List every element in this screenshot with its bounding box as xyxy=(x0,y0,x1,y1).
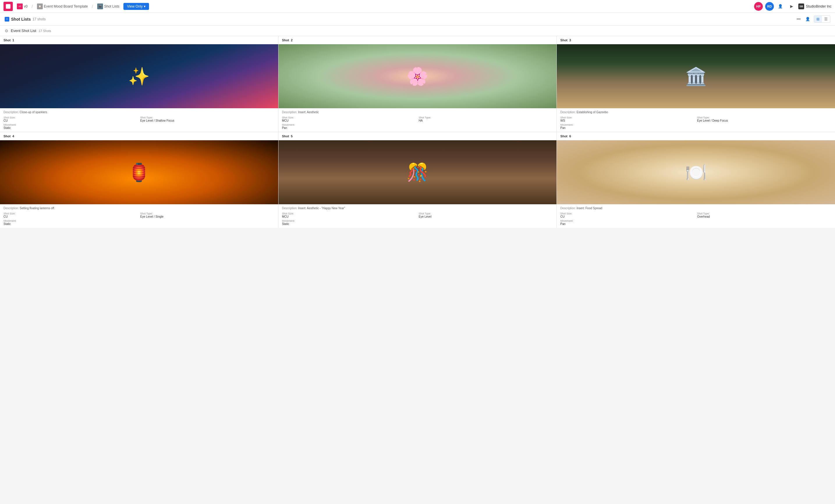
movement-label-2: Movement: xyxy=(282,123,553,126)
movement-value-6: Pan xyxy=(560,222,832,226)
movement-label-4: Movement: xyxy=(3,219,275,222)
shot-type-value-1: Eye Level / Shallow Focus xyxy=(140,119,275,122)
desc-value-4: Setting floating lanterns off. xyxy=(20,207,55,210)
desc-value-3: Establishing of Gazeebo xyxy=(576,110,608,114)
sub-nav: ≡ Shot Lists 17 shots ••• 👤 ⊞ ☰ xyxy=(0,13,835,26)
play-button[interactable]: ▶ xyxy=(787,2,796,11)
shot-movement-6: Movement: Pan xyxy=(560,219,832,226)
shot-header-3: Shot 3 xyxy=(557,36,835,44)
shot-info-6: Description: Insert: Food Spread Shot Si… xyxy=(557,204,835,228)
gear-icon: ⚙ xyxy=(5,28,8,33)
shot-type-value-6: Overhead xyxy=(697,215,832,218)
desc-label-1: Description: xyxy=(3,110,19,114)
list-icon: ☰ xyxy=(824,17,828,21)
shot-type-item-1: Shot Type: Eye Level / Shallow Focus xyxy=(140,116,275,122)
shots-count: 17 shots xyxy=(33,17,46,21)
shot-size-item-1: Shot Size: CU xyxy=(3,116,138,122)
desc-label-5: Description: xyxy=(282,207,298,210)
shot-list-shots-count: 17 Shots xyxy=(38,29,51,33)
movement-label-1: Movement: xyxy=(3,123,275,126)
person-icon-button[interactable]: 👤 xyxy=(804,16,811,22)
shot-list-name: Event Shot List xyxy=(11,28,36,33)
shot-description-6: Description: Insert: Food Spread xyxy=(560,207,832,210)
shot-meta-5: Shot Size: MCU Shot Type: Eye Level xyxy=(282,212,553,218)
shot-type-item-6: Shot Type: Overhead xyxy=(697,212,832,218)
shot-type-item-4: Shot Type: Eye Level / Single xyxy=(140,212,275,218)
shot-number-4: 4 xyxy=(13,134,14,138)
shot-card-6: Shot 6 Description: Insert: Food Spread … xyxy=(557,132,835,228)
shot-type-label-5: Shot Type: xyxy=(419,212,553,215)
shot-info-2: Description: Insert: Aesthetic Shot Size… xyxy=(279,108,557,132)
shot-type-label-4: Shot Type: xyxy=(140,212,275,215)
v0-thumb: v0 xyxy=(17,3,23,9)
studiobinder-name: StudioBinder Inc xyxy=(806,4,832,8)
mood-board-thumb: 📋 xyxy=(37,3,43,9)
shot-size-label-5: Shot Size: xyxy=(282,212,416,215)
shot-header-6: Shot 6 xyxy=(557,132,835,140)
breadcrumb-sep-1: / xyxy=(32,4,33,9)
sb-logo-square: SB xyxy=(798,3,804,9)
shot-lists-thumb: 🎬 xyxy=(97,3,103,9)
shot-image-5 xyxy=(279,140,557,204)
shot-type-item-5: Shot Type: Eye Level xyxy=(419,212,553,218)
app-icon[interactable] xyxy=(3,2,13,11)
shot-image-3 xyxy=(557,44,835,108)
avatar-rd[interactable]: RD xyxy=(765,2,774,11)
shot-info-4: Description: Setting floating lanterns o… xyxy=(0,204,278,228)
desc-label-2: Description: xyxy=(282,110,298,114)
shot-movement-5: Movement: Static xyxy=(282,219,553,226)
shot-meta-3: Shot Size: WS Shot Type: Eye Level / Dee… xyxy=(560,116,832,122)
shot-movement-2: Movement: Pan xyxy=(282,123,553,129)
shot-number-2: 2 xyxy=(291,38,292,42)
shot-size-value-6: CU xyxy=(560,215,695,218)
movement-value-5: Static xyxy=(282,222,553,226)
content-area: Shot 1 Description: Close-up of sparkler… xyxy=(0,36,835,228)
shot-size-value-1: CU xyxy=(3,119,138,122)
shot-number-6: 6 xyxy=(569,134,571,138)
shot-meta-1: Shot Size: CU Shot Type: Eye Level / Sha… xyxy=(3,116,275,122)
shot-info-5: Description: Insert: Aesthetic - "Happy … xyxy=(279,204,557,228)
shot-type-label-2: Shot Type: xyxy=(419,116,553,119)
shot-header-4: Shot 4 xyxy=(0,132,278,140)
shot-movement-1: Movement: Static xyxy=(3,123,275,129)
shot-info-1: Description: Close-up of sparklers Shot … xyxy=(0,108,278,132)
shot-header-1: Shot 1 xyxy=(0,36,278,44)
view-only-button[interactable]: View Only ▾ xyxy=(123,3,149,10)
breadcrumb-mood-board[interactable]: 📋 Event Mood Board Template xyxy=(35,2,90,10)
breadcrumb-v0[interactable]: v0 v0 xyxy=(15,2,29,10)
shot-type-label-1: Shot Type: xyxy=(140,116,275,119)
shot-description-2: Description: Insert: Aesthetic xyxy=(282,110,553,114)
shot-description-5: Description: Insert: Aesthetic - "Happy … xyxy=(282,207,553,210)
shot-description-1: Description: Close-up of sparklers xyxy=(3,110,275,114)
shot-header-2: Shot 2 xyxy=(279,36,557,44)
shot-description-4: Description: Setting floating lanterns o… xyxy=(3,207,275,210)
shot-card-5: Shot 5 Description: Insert: Aesthetic - … xyxy=(279,132,557,228)
app-icon-inner xyxy=(6,4,11,9)
shot-number-5: 5 xyxy=(291,134,292,138)
breadcrumb-mood-board-label: Event Mood Board Template xyxy=(44,4,88,8)
movement-value-4: Static xyxy=(3,222,275,226)
shot-type-label-3: Shot Type: xyxy=(697,116,832,119)
shot-movement-3: Movement: Pan xyxy=(560,123,832,129)
desc-label-3: Description: xyxy=(560,110,576,114)
sub-nav-title: ≡ Shot Lists 17 shots xyxy=(5,17,46,22)
breadcrumb-shot-lists-label: Shot Lists xyxy=(104,4,120,8)
avatar-hp[interactable]: HP xyxy=(754,2,763,11)
shot-size-label-4: Shot Size: xyxy=(3,212,138,215)
shot-type-item-2: Shot Type: HA xyxy=(419,116,553,122)
shot-number-3: 3 xyxy=(569,38,571,42)
user-icon-button[interactable]: 👤 xyxy=(776,2,785,11)
grid-icon: ⊞ xyxy=(816,17,819,21)
shot-meta-6: Shot Size: CU Shot Type: Overhead xyxy=(560,212,832,218)
shot-size-item-2: Shot Size: MCU xyxy=(282,116,416,122)
list-view-button[interactable]: ☰ xyxy=(822,16,830,22)
shot-size-value-2: MCU xyxy=(282,119,416,122)
movement-label-5: Movement: xyxy=(282,219,553,222)
breadcrumb-shot-lists[interactable]: 🎬 Shot Lists xyxy=(96,2,121,10)
shot-size-label-3: Shot Size: xyxy=(560,116,695,119)
grid-view-button[interactable]: ⊞ xyxy=(814,16,822,22)
view-only-label: View Only xyxy=(127,4,143,8)
shot-type-value-2: HA xyxy=(419,119,553,122)
top-nav: v0 v0 / 📋 Event Mood Board Template / 🎬 … xyxy=(0,0,835,13)
more-options-button[interactable]: ••• xyxy=(795,16,802,22)
